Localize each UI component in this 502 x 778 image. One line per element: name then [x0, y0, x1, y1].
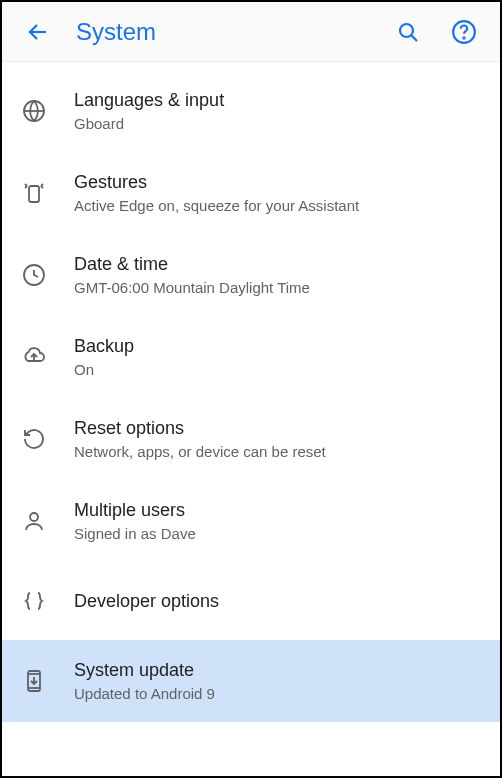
svg-point-9 [30, 513, 38, 521]
svg-rect-6 [29, 186, 39, 202]
item-text: Reset options Network, apps, or device c… [74, 418, 326, 460]
item-gestures[interactable]: Gestures Active Edge on, squeeze for you… [2, 152, 500, 234]
braces-icon [22, 589, 74, 613]
user-icon [22, 509, 74, 533]
item-text: Languages & input Gboard [74, 90, 224, 132]
gestures-icon [22, 181, 74, 205]
item-text: Date & time GMT-06:00 Mountain Daylight … [74, 254, 310, 296]
item-title: Multiple users [74, 500, 196, 521]
item-system-update[interactable]: System update Updated to Android 9 [2, 640, 500, 722]
item-title: Developer options [74, 591, 219, 612]
item-text: Multiple users Signed in as Dave [74, 500, 196, 542]
item-multiple-users[interactable]: Multiple users Signed in as Dave [2, 480, 500, 562]
header-actions [388, 12, 484, 52]
item-languages-input[interactable]: Languages & input Gboard [2, 62, 500, 152]
help-icon [451, 19, 477, 45]
svg-point-1 [400, 24, 413, 37]
item-date-time[interactable]: Date & time GMT-06:00 Mountain Daylight … [2, 234, 500, 316]
help-button[interactable] [444, 12, 484, 52]
item-text: System update Updated to Android 9 [74, 660, 215, 702]
search-button[interactable] [388, 12, 428, 52]
reset-icon [22, 427, 74, 451]
app-header: System [2, 2, 500, 62]
back-button[interactable] [18, 12, 58, 52]
item-backup[interactable]: Backup On [2, 316, 500, 398]
item-reset-options[interactable]: Reset options Network, apps, or device c… [2, 398, 500, 480]
item-subtitle: Network, apps, or device can be reset [74, 443, 326, 460]
item-title: Gestures [74, 172, 359, 193]
item-subtitle: Gboard [74, 115, 224, 132]
item-subtitle: Signed in as Dave [74, 525, 196, 542]
page-title: System [76, 18, 388, 46]
item-subtitle: Updated to Android 9 [74, 685, 215, 702]
item-subtitle: On [74, 361, 134, 378]
cloud-upload-icon [22, 345, 74, 369]
item-developer-options[interactable]: Developer options [2, 562, 500, 640]
item-subtitle: Active Edge on, squeeze for your Assista… [74, 197, 359, 214]
globe-icon [22, 99, 74, 123]
svg-point-4 [463, 37, 464, 38]
item-title: Date & time [74, 254, 310, 275]
item-title: Languages & input [74, 90, 224, 111]
item-text: Developer options [74, 591, 219, 612]
item-subtitle: GMT-06:00 Mountain Daylight Time [74, 279, 310, 296]
item-title: Reset options [74, 418, 326, 439]
item-text: Gestures Active Edge on, squeeze for you… [74, 172, 359, 214]
settings-list: Languages & input Gboard Gestures Active… [2, 62, 500, 722]
item-title: System update [74, 660, 215, 681]
search-icon [396, 20, 420, 44]
svg-line-2 [411, 35, 417, 41]
system-update-icon [22, 669, 74, 693]
back-arrow-icon [26, 20, 50, 44]
clock-icon [22, 263, 74, 287]
item-text: Backup On [74, 336, 134, 378]
item-title: Backup [74, 336, 134, 357]
